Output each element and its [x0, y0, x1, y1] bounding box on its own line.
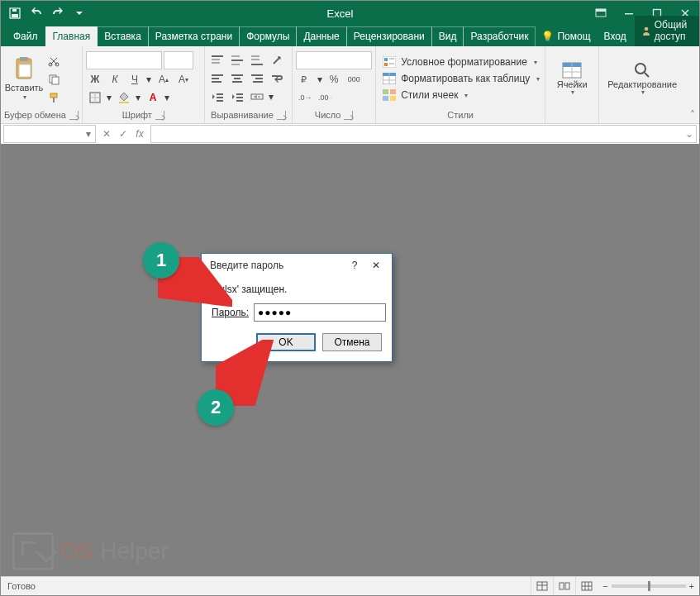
svg-rect-33	[232, 81, 242, 83]
number-format-combo[interactable]	[296, 51, 372, 69]
page-break-view-icon[interactable]	[575, 577, 598, 595]
ribbon-options-icon[interactable]	[587, 1, 615, 26]
paste-button[interactable]: Вставить ▾	[4, 56, 44, 102]
copy-icon[interactable]	[45, 72, 62, 87]
tab-file[interactable]: Файл	[5, 27, 46, 46]
chevron-down-icon: ▾	[536, 75, 540, 83]
cell-styles-button[interactable]: Стили ячеек▾	[379, 88, 471, 103]
redo-icon[interactable]	[49, 4, 67, 22]
save-icon[interactable]	[6, 4, 24, 22]
decrease-decimal-icon[interactable]: .00→.0	[316, 89, 334, 106]
cancel-formula-button[interactable]: ✕	[98, 126, 115, 142]
dialog-close-button[interactable]: ✕	[365, 255, 387, 275]
increase-font-icon[interactable]: A▴	[155, 71, 173, 88]
chevron-down-icon[interactable]: ▾	[106, 92, 113, 103]
align-middle-icon[interactable]	[228, 52, 246, 69]
merge-center-icon[interactable]	[248, 88, 266, 105]
italic-button[interactable]: К	[106, 71, 124, 88]
tab-review[interactable]: Рецензировани	[346, 26, 432, 46]
watermark-helper: Helper	[100, 538, 168, 564]
qat-customize-icon[interactable]	[70, 4, 88, 22]
tab-page-layout[interactable]: Разметка страни	[148, 26, 240, 46]
decrease-indent-icon[interactable]	[208, 88, 226, 105]
chevron-down-icon[interactable]: ▾	[135, 92, 142, 103]
align-left-icon[interactable]	[208, 70, 226, 87]
underline-button[interactable]: Ч	[126, 71, 144, 88]
svg-rect-18	[119, 102, 129, 103]
svg-rect-44	[384, 63, 388, 66]
percent-format-button[interactable]: %	[325, 71, 343, 88]
align-right-icon[interactable]	[248, 70, 266, 87]
comma-format-button[interactable]: 000	[345, 71, 363, 88]
chevron-down-icon: ▾	[571, 89, 574, 97]
tab-formulas[interactable]: Формулы	[239, 26, 297, 46]
tab-insert[interactable]: Вставка	[97, 26, 149, 46]
group-alignment: ▾ Выравнивание	[205, 46, 293, 123]
conditional-formatting-button[interactable]: Условное форматирование▾	[379, 55, 540, 69]
format-as-table-button[interactable]: Форматировать как таблицу▾	[379, 71, 543, 86]
increase-decimal-icon[interactable]: .0→.00	[296, 89, 314, 106]
enter-formula-button[interactable]: ✓	[115, 126, 131, 142]
normal-view-icon[interactable]	[531, 577, 553, 595]
svg-rect-49	[390, 89, 396, 94]
expand-formula-bar-icon[interactable]: ⌄	[683, 128, 696, 140]
insert-function-button[interactable]: fx	[131, 126, 148, 142]
font-name-combo[interactable]	[86, 51, 162, 69]
page-layout-view-icon[interactable]	[553, 577, 575, 595]
svg-rect-26	[251, 59, 260, 60]
increase-indent-icon[interactable]	[228, 88, 246, 105]
decrease-font-icon[interactable]: A▾	[174, 71, 193, 88]
chevron-down-icon[interactable]: ▾	[268, 91, 275, 103]
svg-rect-9	[20, 57, 28, 61]
editing-button[interactable]: Редактирование ▾	[602, 61, 682, 97]
orientation-icon[interactable]	[268, 52, 286, 69]
tab-data[interactable]: Данные	[296, 26, 346, 46]
formula-input[interactable]: ⌄	[150, 125, 697, 143]
cell-styles-label: Стили ячеек	[401, 89, 458, 101]
align-top-icon[interactable]	[208, 52, 226, 69]
svg-rect-21	[212, 62, 220, 64]
sign-in[interactable]: Вход	[598, 27, 633, 46]
zoom-in-button[interactable]: +	[689, 581, 694, 591]
cancel-button[interactable]: Отмена	[322, 333, 382, 351]
cut-icon[interactable]	[45, 54, 62, 69]
svg-rect-57	[565, 583, 569, 589]
bold-button[interactable]: Ж	[86, 71, 104, 88]
share-button[interactable]: Общий доступ	[635, 16, 699, 46]
password-input[interactable]	[254, 303, 386, 322]
chevron-down-icon[interactable]: ▾	[164, 92, 171, 103]
tab-home[interactable]: Главная	[45, 26, 98, 46]
fill-color-icon[interactable]	[115, 89, 133, 106]
group-font-label: Шрифт	[122, 110, 152, 120]
dialog-launcher-icon[interactable]	[277, 111, 286, 120]
accounting-format-icon[interactable]: ₽	[296, 71, 314, 88]
ok-button[interactable]: OK	[256, 333, 316, 351]
collapse-ribbon-icon[interactable]: ˄	[685, 46, 699, 123]
group-number: ₽ ▾ % 000 .0→.00 .00→.0 Число	[293, 46, 376, 123]
svg-rect-1	[12, 14, 18, 17]
undo-icon[interactable]	[27, 4, 45, 22]
align-bottom-icon[interactable]	[248, 52, 266, 69]
wrap-text-icon[interactable]	[268, 70, 286, 87]
chevron-down-icon[interactable]: ▾	[145, 74, 153, 85]
dialog-launcher-icon[interactable]	[155, 111, 164, 120]
borders-icon[interactable]	[86, 89, 104, 106]
zoom-out-button[interactable]: −	[602, 581, 607, 591]
dialog-help-button[interactable]: ?	[344, 255, 365, 275]
dialog-launcher-icon[interactable]	[344, 111, 353, 120]
name-box[interactable]: ▾	[3, 125, 96, 143]
find-icon	[633, 61, 651, 79]
tell-me[interactable]: 💡 Помощ	[535, 27, 597, 46]
align-center-icon[interactable]	[228, 70, 246, 87]
chevron-down-icon[interactable]: ▾	[82, 128, 95, 140]
font-color-icon[interactable]: A	[144, 89, 162, 106]
zoom-slider[interactable]	[612, 584, 686, 588]
tab-view[interactable]: Вид	[431, 26, 464, 46]
cells-button[interactable]: Ячейки ▾	[549, 61, 595, 97]
font-size-combo[interactable]	[164, 51, 193, 69]
tab-developer[interactable]: Разработчик	[463, 26, 536, 46]
dialog-launcher-icon[interactable]	[69, 111, 79, 120]
svg-point-54	[636, 64, 645, 74]
format-painter-icon[interactable]	[45, 90, 62, 105]
chevron-down-icon[interactable]: ▾	[316, 74, 323, 85]
